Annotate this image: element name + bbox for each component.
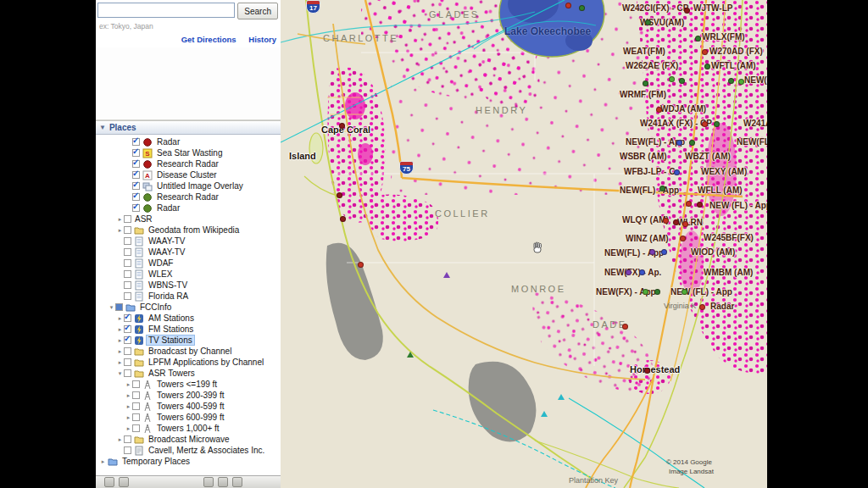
places-tree-item[interactable]: ▸ASR [96,214,281,225]
item-checkbox[interactable] [132,204,140,212]
item-checkbox[interactable] [124,358,131,366]
station-label[interactable]: WINZ (AM) [626,234,669,243]
station-marker[interactable] [644,368,650,374]
item-checkbox[interactable] [132,380,140,388]
places-tree-item[interactable]: WAAY-TV [96,236,281,247]
item-checkbox[interactable] [132,424,140,432]
item-checkbox[interactable] [124,270,131,278]
station-label[interactable]: WFBJ-LP - C [624,167,675,176]
item-checkbox[interactable] [132,149,140,157]
places-tree-item[interactable]: Florida RA [96,291,281,302]
expand-icon[interactable]: ▸ [116,226,124,234]
station-label[interactable]: WRMF (FM) [620,90,666,99]
places-tree-item[interactable]: Radar [96,202,281,214]
station-label[interactable]: Radar [710,302,734,311]
station-marker[interactable] [579,5,585,11]
item-checkbox[interactable] [132,171,140,179]
station-marker[interactable] [639,269,645,275]
places-tree-item[interactable]: ADisease Cluster [96,169,281,180]
places-tree-item[interactable]: WBNS-TV [96,280,281,291]
item-checkbox[interactable] [124,226,131,234]
search-input[interactable] [97,3,235,18]
station-label[interactable]: WFTL (AM) [711,61,756,70]
station-label[interactable]: WDJA (AM) [660,104,706,114]
places-tree-item[interactable]: ▸Towers 600-999 ft [96,412,281,423]
get-directions-link[interactable]: Get Directions [181,35,236,44]
station-marker[interactable] [702,121,708,127]
station-marker[interactable] [565,3,571,8]
station-label[interactable]: NEW (FL) - App [709,201,767,210]
toolbar-icon[interactable] [232,477,242,487]
station-marker[interactable] [699,304,705,310]
expand-icon[interactable]: ▸ [125,380,132,388]
item-checkbox[interactable] [132,138,140,146]
item-checkbox[interactable] [124,369,131,377]
station-marker[interactable] [337,192,342,198]
map-viewport[interactable]: © 2014 Google Image Landsat GLADESCHARLO… [281,0,767,488]
places-tree-item[interactable]: ▸Towers 1,000+ ft [96,423,281,434]
station-label[interactable]: WEXY (AM) [701,167,747,176]
poi-marker[interactable] [443,272,450,278]
places-tree-item[interactable]: ▸Towers <=199 ft [96,379,281,390]
expand-icon[interactable]: ▸ [125,391,132,399]
station-label[interactable]: WMBM (AM) [704,268,753,277]
expand-icon[interactable]: ▸ [116,435,124,443]
station-label[interactable]: W245BF(FX) [704,233,754,242]
station-marker[interactable] [649,249,655,255]
item-checkbox[interactable] [124,237,131,245]
station-marker[interactable] [697,202,703,208]
places-tree-item[interactable]: Untitled Image Overlay [96,180,281,191]
poi-marker[interactable] [541,411,548,417]
poi-marker[interactable] [407,352,414,358]
collapse-triangle-icon[interactable]: ▼ [99,124,106,131]
station-marker[interactable] [686,201,692,207]
poi-marker[interactable] [558,394,565,400]
places-tree-item[interactable]: WDAF [96,258,281,269]
places-tree-item[interactable]: ▸Broadcast Microwave [96,434,281,445]
places-tree-item[interactable]: WAAY-TV [96,247,281,258]
station-marker[interactable] [358,262,364,268]
station-marker[interactable] [704,64,710,69]
item-checkbox[interactable] [124,435,131,443]
station-marker[interactable] [339,123,345,129]
item-checkbox[interactable] [124,281,131,289]
places-tree-item[interactable]: WLEX [96,269,281,280]
places-panel-header[interactable]: ▼ Places [96,120,281,135]
places-tree-item[interactable]: ▸Towers 400-599 ft [96,401,281,412]
station-marker[interactable] [714,121,720,127]
station-marker[interactable] [656,107,662,113]
station-marker[interactable] [622,324,628,330]
places-tree-item[interactable]: ▸Geodata from Wikipedia [96,225,281,236]
station-label[interactable]: W241AX(FX [743,119,767,128]
station-marker[interactable] [695,36,701,42]
station-marker[interactable] [673,219,679,225]
expand-icon[interactable]: ▸ [116,325,124,333]
item-checkbox[interactable] [124,248,131,256]
expand-icon[interactable]: ▸ [116,314,124,322]
station-marker[interactable] [682,289,687,295]
item-checkbox[interactable] [124,259,131,267]
item-checkbox[interactable] [132,160,140,168]
station-label[interactable]: NEW(FL) - [737,137,767,147]
station-marker[interactable] [676,140,682,146]
item-checkbox[interactable] [124,325,131,333]
station-label[interactable]: W262AE (FX) [626,61,678,70]
toolbar-icon[interactable] [203,477,214,487]
places-tree-item[interactable]: Cavell, Mertz & Associates Inc. [96,445,281,456]
station-marker[interactable] [728,78,734,84]
station-marker[interactable] [682,221,688,227]
expand-icon[interactable]: ▸ [125,413,132,421]
station-marker[interactable] [663,218,669,224]
expand-icon[interactable]: ▸ [125,402,132,410]
station-label[interactable]: WRLX(FM) [702,32,745,42]
expand-icon[interactable]: ▸ [116,358,124,366]
places-tree-item[interactable]: ▾ASR Towers [96,368,281,379]
station-marker[interactable] [626,269,632,275]
station-marker[interactable] [661,249,667,255]
station-label[interactable]: WIOD (AM) [691,247,735,257]
station-label[interactable]: W270AD (FX) [709,47,763,56]
places-tree-item[interactable]: SSea Star Wasting [96,147,281,158]
places-tree-item[interactable]: ▸Broadcast by Channel [96,346,281,357]
station-marker[interactable] [659,186,665,191]
station-label[interactable]: NEW(FL) - A [744,75,767,85]
